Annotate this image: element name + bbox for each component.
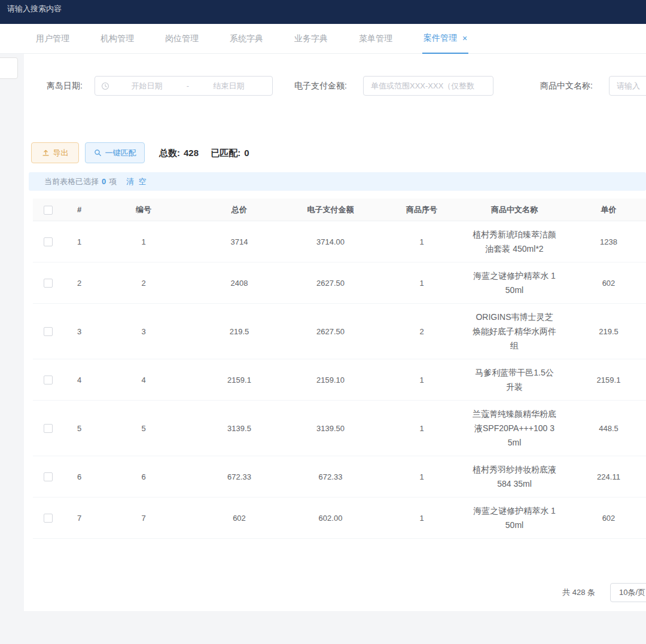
selection-prefix: 当前表格已选择 xyxy=(44,176,99,187)
row-checkbox[interactable] xyxy=(44,327,53,336)
amount-filter-label: 电子支付金额: xyxy=(294,76,347,96)
row-select-cell xyxy=(33,272,63,294)
cell-total-price: 672.33 xyxy=(191,466,287,487)
cell-unit-price: 602 xyxy=(559,273,646,294)
amount-filter-input[interactable] xyxy=(363,76,493,96)
cell-product-name: 植村秀羽纱持妆粉底液 584 35ml xyxy=(470,456,559,497)
tab-案件管理[interactable]: 案件管理× xyxy=(422,24,468,54)
global-search-input[interactable]: 请输入搜索内容 xyxy=(7,4,62,14)
tab-label: 岗位管理 xyxy=(165,33,199,44)
selection-info-bar: 当前表格已选择 0 项 清 空 xyxy=(29,172,646,191)
row-select-cell xyxy=(33,321,63,342)
cell-code: 5 xyxy=(96,418,191,439)
header-product-seq: 商品序号 xyxy=(374,199,470,221)
cell-epay-amount: 602.00 xyxy=(287,508,374,529)
tab-业务字典[interactable]: 业务字典 xyxy=(293,24,329,54)
clear-selection-link[interactable]: 清 空 xyxy=(126,176,148,187)
cell-index: 1 xyxy=(63,231,96,252)
cell-unit-price: 219.5 xyxy=(559,321,646,342)
cell-total-price: 602 xyxy=(191,508,287,529)
cell-unit-price: 2159.1 xyxy=(559,370,646,390)
tab-机构管理[interactable]: 机构管理 xyxy=(99,24,135,54)
cell-epay-amount: 672.33 xyxy=(287,466,374,487)
page: 请输入搜索内容 用户管理机构管理岗位管理系统字典业务字典菜单管理案件管理× 离岛… xyxy=(0,0,646,644)
header-index: # xyxy=(63,199,96,220)
row-checkbox[interactable] xyxy=(44,237,53,246)
row-checkbox[interactable] xyxy=(44,376,53,384)
select-all-checkbox[interactable] xyxy=(44,206,53,215)
tab-close-icon[interactable]: × xyxy=(462,34,467,42)
cell-code: 7 xyxy=(96,508,191,529)
cell-index: 3 xyxy=(63,321,96,342)
cell-code: 4 xyxy=(96,370,191,390)
data-table: # 编号 总价 电子支付金额 商品序号 商品中文名称 单价 1 1 3714 3… xyxy=(33,199,646,541)
cell-index: 4 xyxy=(63,370,96,390)
tab-label: 案件管理 xyxy=(423,33,457,44)
header-unit-price: 单价 xyxy=(559,199,646,221)
cell-product-name: 兰蔻菁纯臻颜精华粉底液SPF20PA+++100 35ml xyxy=(470,401,559,456)
table-row: 3 3 219.5 2627.50 2 ORIGINS韦博士灵芝焕能好底子精华水… xyxy=(33,304,646,359)
tab-岗位管理[interactable]: 岗位管理 xyxy=(164,24,200,54)
page-size-select[interactable]: 10条/页 xyxy=(610,583,646,602)
cell-product-seq: 2 xyxy=(374,321,470,342)
cell-product-seq: 1 xyxy=(374,466,470,487)
cell-unit-price: 602 xyxy=(559,508,646,529)
row-checkbox[interactable] xyxy=(44,472,53,481)
header-select-cell xyxy=(33,199,63,220)
date-filter-label: 离岛日期: xyxy=(47,76,83,96)
date-range-picker[interactable]: 开始日期 - 结束日期 xyxy=(95,76,273,96)
matched-label: 已匹配: xyxy=(211,148,240,158)
tab-label: 机构管理 xyxy=(100,33,134,44)
cell-product-seq: 1 xyxy=(374,508,470,529)
cell-product-name: 海蓝之谜修护精萃水 150ml xyxy=(470,498,559,538)
top-navbar: 请输入搜索内容 xyxy=(0,0,646,24)
cell-epay-amount: 3714.00 xyxy=(287,231,374,252)
table-row: 2 2 2408 2627.50 1 海蓝之谜修护精萃水 150ml 602 xyxy=(33,263,646,304)
tab-系统字典[interactable]: 系统字典 xyxy=(228,24,264,54)
row-checkbox[interactable] xyxy=(44,424,53,433)
start-date-placeholder[interactable]: 开始日期 xyxy=(109,81,184,91)
product-name-filter-label: 商品中文名称: xyxy=(540,76,593,96)
tab-label: 菜单管理 xyxy=(359,33,392,44)
row-select-cell xyxy=(33,369,63,390)
cell-epay-amount: 2627.50 xyxy=(287,321,374,342)
selection-suffix: 项 xyxy=(109,176,117,187)
cell-product-name: 海蓝之谜修护精萃水 150ml xyxy=(470,263,559,303)
cell-index: 7 xyxy=(63,508,96,529)
cell-index: 5 xyxy=(63,418,96,439)
tab-用户管理[interactable]: 用户管理 xyxy=(35,24,71,54)
cell-epay-amount: 2159.10 xyxy=(287,370,374,390)
export-icon xyxy=(42,149,50,157)
cell-product-seq: 1 xyxy=(374,231,470,252)
cell-total-price: 3714 xyxy=(191,231,287,252)
cell-product-name: ORIGINS韦博士灵芝焕能好底子精华水两件组 xyxy=(470,304,559,359)
cell-product-name: 马爹利蓝带干邑1.5公升装 xyxy=(470,359,559,400)
row-select-cell xyxy=(33,417,63,439)
table-row: 1 1 3714 3714.00 1 植村秀新琥珀臻萃洁颜油套装 450ml*2… xyxy=(33,221,646,263)
cell-total-price: 2408 xyxy=(191,273,287,294)
table-body: 1 1 3714 3714.00 1 植村秀新琥珀臻萃洁颜油套装 450ml*2… xyxy=(33,221,646,541)
tab-label: 系统字典 xyxy=(230,33,263,44)
export-button-label: 导出 xyxy=(53,148,69,158)
cell-code: 6 xyxy=(96,466,191,487)
table-row: 7 7 602 602.00 1 海蓝之谜修护精萃水 150ml 602 xyxy=(33,498,646,539)
one-click-match-button[interactable]: 一键匹配 xyxy=(85,142,145,163)
table-row: 5 5 3139.5 3139.50 1 兰蔻菁纯臻颜精华粉底液SPF20PA+… xyxy=(33,401,646,456)
row-select-cell xyxy=(33,507,63,529)
tab-label: 用户管理 xyxy=(36,33,69,44)
product-name-filter-input[interactable] xyxy=(609,76,646,96)
export-button[interactable]: 导出 xyxy=(31,142,79,163)
tab-bar: 用户管理机构管理岗位管理系统字典业务字典菜单管理案件管理× xyxy=(0,24,646,54)
date-separator: - xyxy=(184,81,191,90)
table-row: 6 6 672.33 672.33 1 植村秀羽纱持妆粉底液 584 35ml … xyxy=(33,456,646,498)
row-select-cell xyxy=(33,231,63,252)
row-checkbox[interactable] xyxy=(44,514,53,523)
cell-product-seq: 1 xyxy=(374,418,470,439)
cell-unit-price: 448.5 xyxy=(559,418,646,439)
table-header: # 编号 总价 电子支付金额 商品序号 商品中文名称 单价 xyxy=(33,199,646,221)
tab-菜单管理[interactable]: 菜单管理 xyxy=(358,24,394,54)
cell-total-price: 2159.1 xyxy=(191,370,287,390)
row-checkbox[interactable] xyxy=(44,279,53,288)
table-row: 8 8 1888.88 1888.88 1 卡诗菁纯亮泽经典香氛 488.88 xyxy=(33,539,646,541)
end-date-placeholder[interactable]: 结束日期 xyxy=(191,81,266,91)
